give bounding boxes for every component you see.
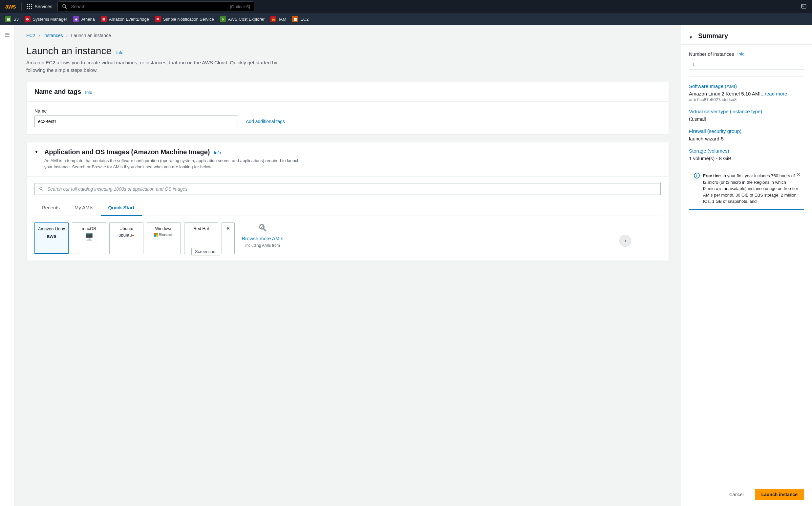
- ami-search[interactable]: [34, 183, 661, 195]
- fav-label: S3: [13, 17, 19, 22]
- ami-text: Amazon Linux 2 Kernel 5.10 AMI...: [689, 91, 765, 96]
- cancel-button[interactable]: Cancel: [723, 489, 750, 500]
- label-text: Number of instances: [689, 51, 734, 57]
- services-button[interactable]: Services: [27, 4, 53, 9]
- ssm-icon: ⚙: [25, 16, 30, 22]
- fav-eventbridge[interactable]: ⊞Amazon EventBridge: [101, 16, 149, 22]
- svg-rect-0: [802, 4, 806, 8]
- main-content: EC2 › Instances › Launch an instance Lau…: [14, 25, 681, 506]
- chevron-right-icon: ›: [624, 237, 626, 244]
- fav-sns[interactable]: ✉Simple Notification Service: [155, 16, 214, 22]
- type-value: t3.small: [689, 116, 804, 122]
- tab-recents[interactable]: Recents: [34, 200, 67, 216]
- panel-header: Name and tags Info: [26, 82, 668, 102]
- divider: [689, 76, 804, 77]
- screenshot-badge: Screenshot: [191, 248, 220, 255]
- fav-label: AWS Cost Explorer: [228, 17, 265, 22]
- free-tier-text: Free tier: In your first year includes 7…: [703, 173, 799, 205]
- fav-label: Athena: [81, 17, 95, 22]
- storage-value: 1 volume(s) - 8 GiB: [689, 156, 804, 161]
- os-name: Red Hat: [193, 226, 209, 231]
- fav-s3[interactable]: ▣S3: [5, 16, 19, 22]
- fav-ec2[interactable]: ▦EC2: [292, 16, 309, 22]
- name-label: Name: [34, 108, 661, 113]
- add-tags-link[interactable]: Add additional tags: [246, 119, 285, 124]
- search-hint: [Option+S]: [230, 4, 250, 9]
- summary-storage: Storage (volumes) 1 volume(s) - 8 GiB: [689, 148, 804, 161]
- os-card-amazon-linux[interactable]: Amazon Linux aws: [34, 223, 69, 254]
- cost-icon: $: [220, 16, 226, 22]
- ami-search-input[interactable]: [47, 186, 656, 192]
- hamburger-button[interactable]: ☰: [0, 31, 14, 39]
- eventbridge-icon: ⊞: [101, 16, 107, 22]
- cloudshell-icon: [801, 3, 807, 9]
- summary-instance-type: Virtual server type (instance type) t3.s…: [689, 109, 804, 122]
- summary-header: ▼ Summary: [681, 25, 812, 45]
- os-card-windows[interactable]: Windows Microsoft: [147, 223, 181, 254]
- summary-panel: ▼ Summary Number of instances Info Softw…: [681, 25, 812, 506]
- instance-name-input[interactable]: [34, 115, 238, 127]
- ami-tabs: Recents My AMIs Quick Start: [34, 200, 661, 216]
- search-icon: [39, 186, 44, 192]
- panel-body: Recents My AMIs Quick Start Amazon Linux…: [26, 177, 668, 261]
- caret-down-icon[interactable]: ▼: [34, 150, 38, 154]
- fav-label: Systems Manager: [33, 17, 67, 22]
- os-name: Amazon Linux: [38, 227, 65, 232]
- panel-title: Name and tags: [34, 88, 81, 95]
- summary-firewall: Firewall (security group) launch-wizard-…: [689, 128, 804, 142]
- tab-my-amis[interactable]: My AMIs: [67, 200, 101, 216]
- browse-more-sub: Including AMIs from: [238, 243, 287, 248]
- summary-title: Summary: [698, 32, 728, 40]
- fav-athena[interactable]: ◆Athena: [73, 16, 95, 22]
- chevron-right-icon: ›: [38, 33, 40, 38]
- ubuntu-icon: ubuntu●: [118, 233, 134, 238]
- os-cards-row: Amazon Linux aws macOS 🖥️ Ubuntu ubuntu●…: [34, 223, 661, 254]
- info-link[interactable]: Info: [116, 50, 124, 55]
- breadcrumb-ec2[interactable]: EC2: [26, 33, 35, 38]
- macos-icon: 🖥️: [85, 233, 93, 242]
- global-search[interactable]: [Option+S]: [58, 1, 254, 12]
- num-instances-input[interactable]: [689, 59, 804, 70]
- s3-icon: ▣: [5, 16, 11, 22]
- os-card-ubuntu[interactable]: Ubuntu ubuntu●: [109, 223, 144, 254]
- iam-icon: 🔒: [270, 16, 276, 22]
- summary-ami: Software Image (AMI) Amazon Linux 2 Kern…: [689, 83, 804, 102]
- firewall-section-title[interactable]: Firewall (security group): [689, 128, 804, 134]
- fav-systems-manager[interactable]: ⚙Systems Manager: [25, 16, 67, 22]
- search-input[interactable]: [71, 4, 227, 9]
- fav-cost-explorer[interactable]: $AWS Cost Explorer: [220, 16, 265, 22]
- aws-logo-icon: aws: [47, 233, 57, 239]
- scroll-right-button[interactable]: ›: [619, 235, 631, 247]
- firewall-value: launch-wizard-5: [689, 136, 804, 142]
- caret-down-icon[interactable]: ▼: [689, 35, 693, 40]
- os-card-macos[interactable]: macOS 🖥️: [72, 223, 106, 254]
- read-more-link[interactable]: read more: [765, 91, 787, 96]
- close-icon[interactable]: ✕: [796, 171, 801, 177]
- services-label: Services: [35, 4, 53, 9]
- browse-more-amis[interactable]: 🔍︎ Browse more AMIs Including AMIs from: [238, 223, 287, 248]
- tab-quickstart[interactable]: Quick Start: [101, 200, 142, 216]
- ami-id: ami-0cc87e5027adcdca8: [689, 97, 804, 102]
- info-link[interactable]: Info: [214, 150, 221, 155]
- storage-section-title[interactable]: Storage (volumes): [689, 148, 804, 154]
- os-name: Ubuntu: [119, 226, 133, 231]
- info-link[interactable]: Info: [737, 52, 745, 57]
- panel-body: Name Add additional tags: [26, 102, 668, 134]
- os-card-partial[interactable]: S: [222, 223, 235, 254]
- num-instances-label: Number of instances Info: [689, 51, 804, 57]
- aws-logo[interactable]: aws: [5, 5, 16, 9]
- os-name: macOS: [82, 226, 96, 231]
- summary-footer: Cancel Launch instance: [681, 483, 812, 506]
- aws-logo-text: aws: [5, 5, 16, 9]
- fav-iam[interactable]: 🔒IAM: [270, 16, 286, 22]
- info-link[interactable]: Info: [85, 90, 92, 95]
- launch-instance-button[interactable]: Launch instance: [755, 489, 804, 500]
- ami-panel: ▼ Application and OS Images (Amazon Mach…: [26, 142, 669, 261]
- fav-label: Amazon EventBridge: [109, 17, 149, 22]
- cloudshell-button[interactable]: [801, 3, 807, 10]
- breadcrumb-instances[interactable]: Instances: [43, 33, 63, 38]
- ami-section-title[interactable]: Software Image (AMI): [689, 83, 804, 89]
- name-row: Add additional tags: [34, 115, 661, 127]
- nav-separator: [21, 3, 22, 10]
- type-section-title[interactable]: Virtual server type (instance type): [689, 109, 804, 114]
